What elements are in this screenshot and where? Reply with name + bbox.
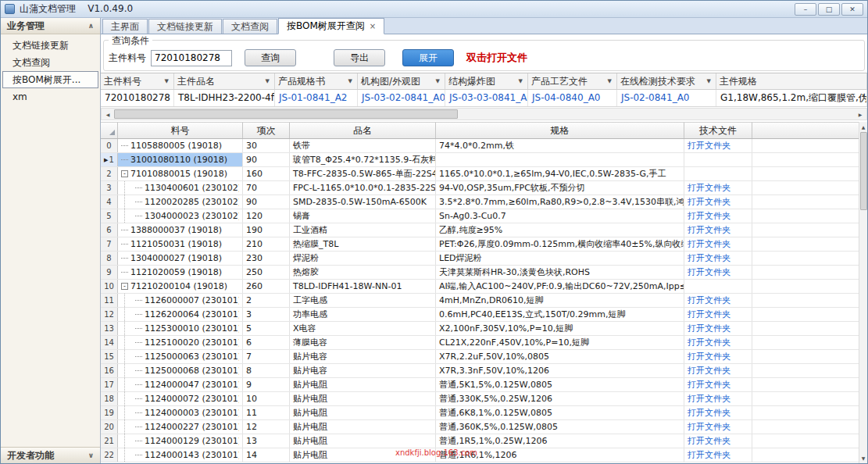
open-folder-link[interactable]: 打开文件夹: [688, 182, 730, 194]
horizontal-scrollbar[interactable]: ◀ ▶: [101, 108, 867, 120]
open-folder-link[interactable]: 打开文件夹: [688, 309, 730, 320]
filter-column-3[interactable]: 机构图/外观图▼: [358, 73, 445, 89]
row-header[interactable]: 14: [101, 336, 118, 349]
table-row[interactable]: 01105880005 (19018)30铁带74*4.0*0.2mm,铁打开文…: [101, 139, 859, 153]
table-row[interactable]: 201124000227 (230101)12贴片电阻普通,360K,5%,0.…: [101, 420, 859, 434]
table-row[interactable]: 161125000068 (230101)8贴片电容X7R,3.3nF,50V,…: [101, 364, 859, 378]
select-all-corner[interactable]: [101, 123, 118, 138]
table-row[interactable]: 121126200064 (230101)3功率电感0.6mH,PC40,EE1…: [101, 308, 859, 322]
cell-part-number[interactable]: 1120020285 (230102): [118, 195, 243, 209]
cell-part-number[interactable]: 31001080110 (19018): [118, 153, 243, 166]
grid-column-header-2[interactable]: 品名: [290, 123, 436, 138]
table-row[interactable]: 71121050031 (19018)210热缩膜_T8LPET:Φ26,厚度0…: [101, 237, 859, 252]
cell-part-number[interactable]: 1124000047 (230101): [118, 378, 243, 391]
row-header[interactable]: 8: [101, 252, 118, 265]
filter-column-1[interactable]: 主件品名▼: [174, 73, 275, 89]
open-folder-link[interactable]: 打开文件夹: [688, 252, 730, 264]
open-folder-link[interactable]: 打开文件夹: [688, 421, 730, 433]
cell-part-number[interactable]: 1130400601 (230102): [118, 181, 243, 195]
row-header[interactable]: 10: [101, 280, 118, 293]
row-header[interactable]: 3: [101, 181, 118, 195]
filter-column-6[interactable]: 在线检测技术要求▼: [617, 73, 716, 89]
scroll-up-icon[interactable]: ▲: [859, 122, 868, 132]
tree-collapse-icon[interactable]: -: [121, 283, 128, 290]
row-header[interactable]: ▶1: [101, 153, 118, 166]
search-button[interactable]: 查询: [245, 49, 296, 66]
row-header[interactable]: 20: [101, 420, 118, 434]
cell-part-number[interactable]: 1121020059 (19018): [118, 266, 243, 279]
row-header[interactable]: 15: [101, 350, 118, 363]
table-row[interactable]: 91121020059 (19018)250热熔胶天津莫莱斯科HR-30,淡黄色…: [101, 266, 859, 280]
expand-button[interactable]: 展开: [402, 49, 454, 66]
table-row[interactable]: 171124000047 (230101)9贴片电阻普通,5K1,5%,0.12…: [101, 378, 859, 392]
table-row[interactable]: 211124000129 (230101)13贴片电阻普通,1R5,1%,0.2…: [101, 434, 859, 448]
open-folder-link[interactable]: 打开文件夹: [688, 379, 730, 391]
table-row[interactable]: 221124000143 (230101)14贴片电阻普通,1R6,1%,120…: [101, 448, 859, 462]
cell-part-number[interactable]: 1304000023 (230102): [118, 209, 243, 223]
cell-part-number[interactable]: 1124000143 (230101): [118, 448, 243, 462]
sidebar-footer[interactable]: 开发者功能 ∨: [1, 447, 100, 463]
open-folder-link[interactable]: 打开文件夹: [688, 407, 730, 419]
tab-2[interactable]: 文档查阅: [223, 19, 277, 34]
sidebar-item-2[interactable]: 按BOM树展开...: [2, 71, 98, 88]
row-header[interactable]: 11: [101, 294, 118, 307]
dropdown-arrow-icon[interactable]: ▼: [434, 78, 441, 84]
cell-part-number[interactable]: 1124000072 (230101): [118, 392, 243, 405]
table-row[interactable]: 141125100020 (230101)6薄膜电容CL21X,220nF,45…: [101, 336, 859, 350]
scroll-left-icon[interactable]: ◀: [102, 109, 114, 120]
grid-column-header-4[interactable]: 技术文件: [684, 123, 752, 138]
table-row[interactable]: 151125000063 (230101)7贴片电容X7R,2.2uF,50V,…: [101, 350, 859, 364]
cell-part-number[interactable]: -71210200104 (19018): [118, 280, 243, 293]
cell-part-number[interactable]: 1125100020 (230101): [118, 336, 243, 349]
row-header[interactable]: 16: [101, 364, 118, 377]
grid-column-header-0[interactable]: 料号: [118, 123, 243, 138]
open-folder-link[interactable]: 打开文件夹: [688, 323, 730, 334]
row-header[interactable]: 9: [101, 266, 118, 279]
row-header[interactable]: 18: [101, 392, 118, 405]
document-link[interactable]: JS-02-0841_A0: [617, 90, 716, 106]
tab-close-icon[interactable]: ×: [370, 22, 376, 30]
row-header[interactable]: 17: [101, 378, 118, 391]
filter-column-4[interactable]: 结构爆炸图▼: [445, 73, 528, 89]
close-button[interactable]: ✕: [841, 3, 863, 16]
open-folder-link[interactable]: 打开文件夹: [688, 210, 730, 222]
row-header[interactable]: 6: [101, 223, 118, 237]
table-row[interactable]: ▶131001080110 (19018)90玻管T8_Φ25.4*0.72*1…: [101, 153, 859, 167]
row-header[interactable]: 22: [101, 448, 118, 462]
filter-column-7[interactable]: 主件规格: [716, 73, 867, 89]
tab-0[interactable]: 主界面: [102, 19, 148, 34]
open-folder-link[interactable]: 打开文件夹: [688, 294, 730, 306]
cell-part-number[interactable]: 1125000068 (230101): [118, 364, 243, 377]
grid-column-header-1[interactable]: 项次: [243, 123, 290, 138]
cell-part-number[interactable]: 1388000037 (19018): [118, 223, 243, 237]
dropdown-arrow-icon[interactable]: ▼: [606, 78, 613, 84]
open-folder-link[interactable]: 打开文件夹: [688, 365, 730, 377]
filter-column-5[interactable]: 产品工艺文件▼: [528, 73, 617, 89]
cell-part-number[interactable]: 1124000129 (230101): [118, 434, 243, 448]
vertical-scrollbar[interactable]: ▲ ▼: [859, 122, 867, 463]
dropdown-arrow-icon[interactable]: ▼: [705, 78, 713, 84]
row-header[interactable]: 19: [101, 406, 118, 419]
open-folder-link[interactable]: 打开文件夹: [688, 266, 730, 278]
cell-part-number[interactable]: 1126000007 (230101): [118, 294, 243, 307]
document-link[interactable]: JS-04-0840_A0: [528, 90, 617, 106]
filter-column-0[interactable]: 主件料号▼: [101, 73, 174, 89]
cell-part-number[interactable]: 1125000063 (230101): [118, 350, 243, 363]
row-header[interactable]: 4: [101, 195, 118, 209]
table-row[interactable]: 131125300010 (230101)5X电容X2,100nF,305V,1…: [101, 322, 859, 336]
row-header[interactable]: 12: [101, 308, 118, 321]
table-row[interactable]: 191124000003 (230101)11贴片电阻普通,6K8,1%,0.1…: [101, 406, 859, 420]
open-folder-link[interactable]: 打开文件夹: [688, 393, 730, 405]
sidebar-header[interactable]: 业务管理 ∧: [1, 18, 100, 34]
open-folder-link[interactable]: 打开文件夹: [688, 196, 730, 208]
cell-part-number[interactable]: 1304000027 (19018): [118, 252, 243, 265]
scroll-right-icon[interactable]: ▶: [854, 109, 866, 120]
row-header[interactable]: 2: [101, 167, 118, 180]
open-folder-link[interactable]: 打开文件夹: [688, 449, 730, 461]
open-folder-link[interactable]: 打开文件夹: [688, 351, 730, 362]
open-folder-link[interactable]: 打开文件夹: [688, 238, 730, 250]
dropdown-arrow-icon[interactable]: ▼: [347, 78, 354, 84]
row-header[interactable]: 21: [101, 434, 118, 448]
table-row[interactable]: 81304000027 (19018)230焊泥粉LED焊泥粉打开文件夹: [101, 252, 859, 266]
table-row[interactable]: 181124000072 (230101)10贴片电阻普通,330K,5%,0.…: [101, 392, 859, 406]
